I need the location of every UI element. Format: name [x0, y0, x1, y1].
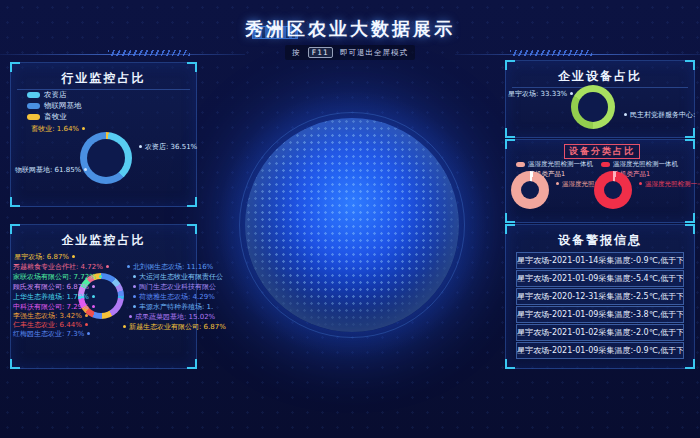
- legend-swatch: [27, 114, 40, 120]
- hint-suffix: 即可退出全屏模式: [340, 48, 408, 57]
- enterprise-label-left: 秀越粮食专业合作社: 4.72%: [13, 263, 75, 272]
- alarm-row: 星宇农场-2021-01-09采集温度:-5.4℃,低于下限:0℃: [516, 270, 684, 287]
- enterprise-label-left: 星宇农场: 6.87%: [13, 253, 75, 262]
- f11-key-badge: F11: [308, 47, 333, 58]
- alarm-row: 星宇农场-2021-01-02采集温度:-2.0℃,低于下限:0℃: [516, 324, 684, 341]
- legend-swatch: [601, 162, 610, 167]
- donut-label-wulianwang: 物联网基地: 61.85%: [15, 166, 83, 175]
- legend-swatch: [516, 162, 525, 167]
- legend-swatch: [27, 92, 40, 98]
- dashboard: 秀洲区农业大数据展示 按 F11 即可退出全屏模式 行业监控占比 农资店 物联网…: [0, 0, 700, 438]
- enterprise-label-right: 陶门生态农业科技有限公: [133, 283, 216, 292]
- device-category-donut-left: [511, 171, 549, 209]
- legend-item-wulianwang[interactable]: 物联网基地: [27, 102, 82, 110]
- legend-item-right-1[interactable]: 温湿度光照检测一体机: [601, 160, 678, 168]
- panel-title: 设备警报信息: [506, 225, 694, 251]
- hint-prefix: 按: [292, 48, 301, 57]
- panel-title: 设备分类占比: [564, 144, 640, 159]
- panel-enterprise-monitoring: 企业监控占比 星宇农场: 6.87% 秀越粮食专业合作社: 4.72% 家联农场…: [10, 224, 197, 369]
- enterprise-label-right: 荷塘雅生态农场: 4.29%: [133, 293, 215, 302]
- header-divider-right: [455, 50, 700, 56]
- equipment-label-left: 星宇农场: 33.33%: [508, 90, 566, 99]
- panel-title: 企业设备占比: [512, 61, 688, 88]
- panel-title: 企业监控占比: [11, 225, 196, 251]
- legend-label: 农资店: [44, 90, 67, 99]
- enterprise-label-right: 新越生态农业有限公司: 6.87%: [123, 323, 226, 332]
- legend-label: 温湿度光照检测一体机: [528, 160, 593, 168]
- donut-label-nongzidian: 农资店: 36.51%: [139, 143, 197, 152]
- industry-donut-chart: [80, 132, 132, 184]
- enterprise-label-right: 大运河生态牧业有限责任公: [133, 273, 223, 282]
- enterprise-label-left: 红梅园生态农业: 7.3%: [13, 330, 75, 339]
- alarm-row: 星宇农场-2021-01-09采集温度:-0.9℃,低于下限:0℃: [516, 342, 684, 359]
- enterprise-label-left: 李强生态农场: 3.42%: [13, 312, 75, 321]
- legend-item-nongzidian[interactable]: 农资店: [27, 91, 67, 99]
- legend-item-left-1[interactable]: 温湿度光照检测一体机: [516, 160, 593, 168]
- enterprise-label-right: 成果蔬菜园基地: 15.02%: [129, 313, 215, 322]
- enterprise-label-left: 上华生态养殖场: 1.72%: [13, 293, 75, 302]
- earth-globe: [245, 118, 459, 332]
- legend-label: 温湿度光照检测一体机: [613, 160, 678, 168]
- enterprise-label-left: 仁丰生态农业: 6.44%: [13, 321, 75, 330]
- enterprise-label-left: 家联农场有限公司: 7.72%: [13, 273, 75, 282]
- header-divider-left: [0, 50, 245, 56]
- alarm-row: 星宇农场-2021-01-14采集温度:-0.9℃,低于下限:0℃: [516, 252, 684, 269]
- alarm-row: 星宇农场-2020-12-31采集温度:-2.5℃,低于下限:0℃: [516, 288, 684, 305]
- legend-label: 物联网基地: [44, 101, 82, 110]
- device-category-donut-right: [594, 171, 632, 209]
- panel-title: 行业监控占比: [17, 63, 190, 90]
- equipment-donut-chart: [571, 85, 615, 129]
- legend-item-xumuye[interactable]: 畜牧业: [27, 113, 67, 121]
- enterprise-label-right: 丰源水产特种养殖场: 1.: [133, 303, 213, 312]
- enterprise-label-right: 北刘钢生态农场: 11.16%: [127, 263, 213, 272]
- donut-label-xumuye: 畜牧业: 1.64%: [23, 125, 85, 134]
- panel-enterprise-equipment: 企业设备占比 星宇农场: 33.33% 民主村党群服务中心:: [505, 60, 695, 138]
- legend-swatch: [27, 103, 40, 109]
- alarm-row: 星宇农场-2021-01-09采集温度:-3.8℃,低于下限:0℃: [516, 306, 684, 323]
- equipment-label-right: 民主村党群服务中心:: [624, 111, 695, 120]
- panel-device-category: 设备分类占比 温湿度光照检测一体机 一体机类产品1 温湿度光照检测一→ 温湿度光…: [505, 139, 695, 223]
- enterprise-label-left: 顾氏发有限公司: 6.87%: [13, 283, 75, 292]
- page-title: 秀洲区农业大数据展示: [0, 17, 700, 41]
- panel-industry-monitoring: 行业监控占比 农资店 物联网基地 畜牧业 畜牧业: 1.64% 农资店: 36.…: [10, 62, 197, 207]
- panel-device-alarms: 设备警报信息 星宇农场-2021-01-14采集温度:-0.9℃,低于下限:0℃…: [505, 224, 695, 369]
- legend-label: 畜牧业: [44, 112, 67, 121]
- device-category-label-right: 温湿度光照检测一→: [639, 180, 700, 189]
- enterprise-label-left: 中科沃有限公司: 7.29%: [13, 303, 75, 312]
